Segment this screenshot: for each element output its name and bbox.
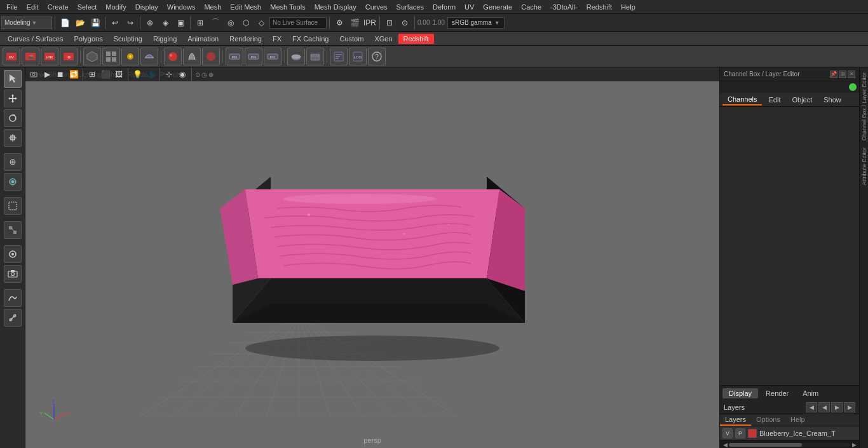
rs-script-btn[interactable] — [330, 48, 348, 65]
snap-surface-btn[interactable]: ⬡ — [239, 16, 253, 30]
menu-edit-mesh[interactable]: Edit Mesh — [226, 2, 265, 12]
select-by-hierarchy-btn[interactable]: ⊕ — [143, 16, 157, 30]
vp-textured-btn[interactable]: 🖼 — [113, 69, 125, 80]
select-tool-btn[interactable] — [4, 70, 22, 88]
display-smooth-btn[interactable]: ⊙ — [398, 16, 412, 30]
snap-point-btn[interactable]: ◎ — [224, 16, 238, 30]
menu-mesh-display[interactable]: Mesh Display — [311, 2, 360, 12]
move-tool-btn[interactable] — [4, 90, 22, 107]
vp-cam-btn[interactable] — [28, 69, 39, 80]
vp-grid-btn[interactable]: ⊹ — [163, 69, 175, 80]
anim-tab[interactable]: Anim — [796, 388, 825, 398]
rs-bowl-btn[interactable] — [287, 48, 305, 65]
rs-dome-btn[interactable] — [140, 48, 158, 65]
menu-mesh-tools[interactable]: Mesh Tools — [266, 2, 309, 12]
menu-edit[interactable]: Edit — [23, 2, 43, 12]
display-tab[interactable]: Display — [722, 388, 758, 398]
rs-mat3-btn[interactable] — [202, 48, 220, 65]
rotate-tool-btn[interactable] — [4, 109, 22, 127]
menu-modify[interactable]: Modify — [102, 2, 130, 12]
select-by-component-btn[interactable]: ▣ — [173, 16, 187, 30]
shelf-tab-rendering[interactable]: Rendering — [224, 34, 267, 44]
ipr-btn[interactable]: IPR — [363, 16, 377, 30]
rs-settings-btn[interactable]: ⚙ — [60, 48, 78, 65]
panel-float-btn[interactable]: ⊞ — [839, 71, 846, 78]
lasso-select-btn[interactable] — [4, 197, 22, 215]
render-tab[interactable]: Render — [759, 388, 795, 398]
vp-solid-btn[interactable]: ⬛ — [100, 69, 111, 80]
menu-generate[interactable]: Generate — [479, 2, 516, 12]
layer-color-swatch[interactable] — [748, 429, 757, 438]
display-settings-btn[interactable] — [4, 245, 22, 263]
rs-cube-btn[interactable] — [83, 48, 101, 65]
new-file-btn[interactable]: 📄 — [58, 16, 72, 30]
menu-deform[interactable]: Deform — [429, 2, 459, 12]
layer-visibility-btn[interactable]: V — [722, 428, 733, 438]
channel-box-tab[interactable]: Channel Box / Layer Editor — [860, 70, 869, 144]
gamma-select[interactable]: sRGB gamma ▼ — [447, 17, 505, 29]
display-wireframe-btn[interactable]: ⊡ — [383, 16, 397, 30]
shelf-tab-animation[interactable]: Animation — [182, 34, 224, 44]
menu-windows[interactable]: Windows — [163, 2, 200, 12]
layer-action3-btn[interactable]: ▶ — [831, 402, 843, 412]
shelf-tab-xgen[interactable]: XGen — [369, 34, 397, 44]
render-btn[interactable]: 🎬 — [348, 16, 362, 30]
rs-light-btn[interactable] — [121, 48, 139, 65]
layers-subtab[interactable]: Layers — [720, 414, 751, 426]
scrollbar-thumb[interactable] — [729, 443, 802, 447]
vp-shadows-btn[interactable]: 🌑 — [145, 69, 156, 80]
layer-action4-btn[interactable]: ▶ — [844, 402, 855, 412]
menu-curves[interactable]: Curves — [362, 2, 391, 12]
rs-pr3-btn[interactable]: PR — [264, 48, 281, 65]
vp-wireframe-btn[interactable]: ⊞ — [86, 69, 98, 80]
menu-uv[interactable]: UV — [461, 2, 478, 12]
attr-editor-tab[interactable]: Attribute Editor — [860, 145, 869, 188]
panel-pin-btn[interactable]: 📌 — [830, 71, 837, 78]
snap-together-btn[interactable] — [4, 221, 22, 239]
help-subtab[interactable]: Help — [785, 414, 810, 426]
camera-btn[interactable] — [4, 265, 22, 283]
shelf-tab-fx[interactable]: FX — [268, 34, 287, 44]
mode-selector[interactable]: Modeling ▼ — [1, 17, 52, 29]
viewport-scene[interactable]: X Y Z persp — [25, 81, 719, 448]
layer-action1-btn[interactable]: ◀ — [806, 402, 817, 412]
rs-pr1-btn[interactable]: PR — [226, 48, 243, 65]
shelf-tab-sculpting[interactable]: Sculpting — [109, 34, 147, 44]
menu-mesh[interactable]: Mesh — [200, 2, 225, 12]
menu-help[interactable]: Help — [617, 2, 639, 12]
rs-mat2-btn[interactable] — [183, 48, 201, 65]
select-by-object-btn[interactable]: ◈ — [158, 16, 172, 30]
rs-help-btn[interactable]: ? — [368, 48, 386, 65]
channels-tab[interactable]: Channels — [722, 94, 762, 105]
panel-close-btn[interactable]: ✕ — [848, 71, 855, 78]
universal-manip-btn[interactable] — [4, 153, 22, 171]
rs-pr2-btn[interactable]: PR — [245, 48, 262, 65]
rs-rv-btn[interactable]: RV — [3, 48, 20, 65]
layer-playback-btn[interactable]: P — [735, 428, 745, 438]
scroll-left-btn[interactable]: ◀ — [721, 441, 729, 449]
menu-3dtoall[interactable]: -3DtoAll- — [546, 2, 581, 12]
scrollbar-track[interactable] — [729, 443, 850, 447]
snap-curve-btn[interactable]: ⌒ — [208, 16, 222, 30]
snap-grid-btn[interactable]: ⊞ — [193, 16, 207, 30]
menu-create[interactable]: Create — [44, 2, 72, 12]
rs-mat1-btn[interactable] — [164, 48, 182, 65]
undo-btn[interactable]: ↩ — [108, 16, 122, 30]
transform-constraints-btn[interactable] — [4, 309, 22, 327]
scroll-right-btn[interactable]: ▶ — [850, 441, 858, 449]
shelf-tab-rigging[interactable]: Rigging — [148, 34, 182, 44]
soft-select-btn[interactable] — [4, 173, 22, 191]
menu-select[interactable]: Select — [74, 2, 101, 12]
edit-tab[interactable]: Edit — [763, 95, 785, 105]
shelf-tab-fx-caching[interactable]: FX Caching — [287, 34, 334, 44]
vp-loop-btn[interactable]: 🔁 — [68, 69, 79, 80]
object-tab[interactable]: Object — [787, 95, 817, 105]
scale-tool-btn[interactable] — [4, 129, 22, 147]
vp-stop-btn[interactable]: ⏹ — [55, 69, 66, 80]
redo-btn[interactable]: ↪ — [123, 16, 137, 30]
options-subtab[interactable]: Options — [751, 414, 785, 426]
open-file-btn[interactable]: 📂 — [73, 16, 87, 30]
layer-action2-btn[interactable]: ◀ — [818, 402, 830, 412]
shelf-tab-curves-surfaces[interactable]: Curves / Surfaces — [3, 34, 68, 44]
snap-live-btn[interactable]: ◇ — [254, 16, 268, 30]
